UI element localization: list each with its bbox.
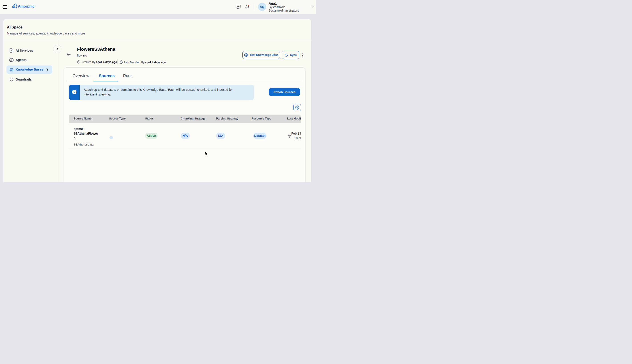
svg-text:AI: AI — [10, 50, 12, 52]
svg-text:AI: AI — [245, 54, 247, 56]
svg-text:AI: AI — [10, 59, 12, 61]
